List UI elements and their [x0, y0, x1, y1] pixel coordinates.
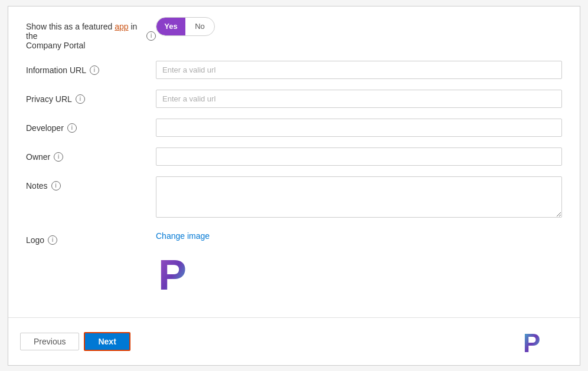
logo-wrap: Change image P — [156, 231, 562, 297]
owner-input[interactable] — [156, 147, 562, 166]
developer-wrap — [156, 119, 562, 137]
information-url-info-icon: i — [90, 65, 99, 75]
notes-wrap — [156, 176, 562, 220]
logo-preview: P — [156, 247, 562, 297]
privacy-url-wrap — [156, 90, 562, 108]
owner-row: Owner i — [26, 147, 562, 166]
information-url-wrap — [156, 61, 562, 79]
privacy-url-info-icon: i — [76, 94, 85, 104]
developer-info-icon: i — [67, 123, 77, 133]
owner-info-icon: i — [54, 152, 63, 162]
svg-text:P: P — [523, 329, 540, 354]
developer-row: Developer i — [26, 119, 562, 137]
toggle-no-option[interactable]: No — [185, 18, 214, 35]
featured-label-app-link[interactable]: app — [115, 22, 128, 31]
next-button[interactable]: Next — [84, 332, 130, 351]
toggle-yes-option[interactable]: Yes — [156, 18, 185, 35]
privacy-url-input[interactable] — [156, 90, 562, 108]
logo-row: Logo i Change image — [26, 231, 562, 297]
owner-wrap — [156, 147, 562, 166]
information-url-label: Information URL i — [26, 61, 156, 75]
information-url-row: Information URL i — [26, 61, 562, 79]
logo-info-icon: i — [48, 235, 57, 245]
notes-info-icon: i — [51, 181, 61, 191]
information-url-input[interactable] — [156, 61, 562, 79]
featured-app-label: Show this as a featured app in theCompan… — [26, 17, 156, 50]
notes-row: Notes i — [26, 176, 562, 220]
form-area: Show this as a featured app in theCompan… — [8, 6, 580, 317]
privacy-url-row: Privacy URL i — [26, 90, 562, 108]
owner-label-text: Owner — [26, 152, 50, 162]
footer-logo-image: P — [522, 326, 550, 354]
featured-app-row: Show this as a featured app in theCompan… — [26, 17, 562, 50]
developer-input[interactable] — [156, 119, 562, 137]
notes-label-text: Notes — [26, 181, 48, 191]
previous-button[interactable]: Previous — [20, 333, 79, 350]
logo-label-text: Logo — [26, 235, 44, 245]
svg-text:P: P — [158, 251, 187, 294]
logo-image-large: P — [156, 247, 203, 294]
featured-app-info-icon: i — [146, 31, 156, 41]
developer-label-text: Developer — [26, 123, 64, 133]
notes-label: Notes i — [26, 176, 156, 191]
featured-label-part1: Show this as a featured — [26, 22, 115, 31]
footer-bar: Previous Next P — [8, 317, 580, 365]
owner-label: Owner i — [26, 147, 156, 162]
information-url-label-text: Information URL — [26, 65, 86, 75]
privacy-url-label-text: Privacy URL — [26, 94, 72, 104]
featured-toggle-wrap: Yes No — [156, 17, 562, 36]
form-container: Show this as a featured app in theCompan… — [8, 6, 580, 366]
notes-input[interactable] — [156, 176, 562, 218]
logo-label: Logo i — [26, 231, 156, 245]
yes-no-toggle[interactable]: Yes No — [156, 17, 215, 36]
footer-logo-area: P — [522, 326, 550, 357]
developer-label: Developer i — [26, 119, 156, 133]
privacy-url-label: Privacy URL i — [26, 90, 156, 104]
change-image-link[interactable]: Change image — [156, 231, 210, 241]
